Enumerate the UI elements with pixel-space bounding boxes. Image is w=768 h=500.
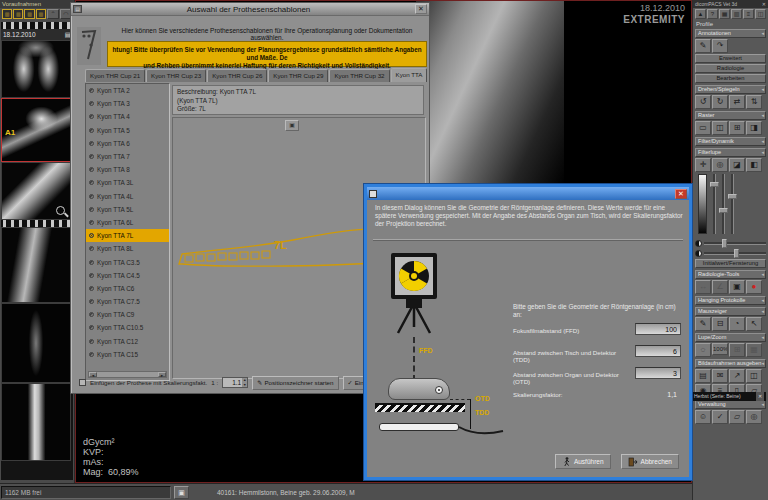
status-icon-button[interactable]: ▣ — [174, 486, 189, 499]
tab-kyon-thr-cup-32[interactable]: Kyon THR Cup 32 — [329, 69, 389, 82]
close-icon[interactable]: ✕ — [415, 4, 427, 14]
scale-spinner[interactable]: ▲▼ — [222, 377, 248, 388]
grid-2x1-icon[interactable]: ◫ — [712, 121, 728, 135]
help-button[interactable]: ? — [707, 9, 718, 19]
collapse-button[interactable]: ▲ — [695, 9, 706, 19]
cancel-button[interactable]: Abbrechen — [621, 454, 679, 469]
grid-1plus2-icon[interactable]: ◨ — [746, 121, 762, 135]
list-item[interactable]: Kyon TTA 4L — [86, 190, 169, 203]
pointer-icon[interactable]: ↖ — [746, 317, 762, 331]
tab-kyon-thr-cup-29[interactable]: Kyon THR Cup 29 — [268, 69, 328, 82]
list-item[interactable]: Kyon TTA 5L — [86, 203, 169, 216]
tab-kyon-thr-cup-23[interactable]: Kyon THR Cup 23 — [146, 69, 206, 82]
section-management[interactable]: Verwaltung — [695, 400, 766, 409]
close-icon[interactable]: ✕ — [762, 0, 766, 8]
layout-4-button[interactable]: ▥ — [36, 9, 46, 19]
collapse-button[interactable]: ⌃ — [47, 9, 59, 19]
level-slider[interactable] — [713, 174, 716, 234]
sharpen-icon[interactable]: ✛ — [695, 158, 711, 172]
slider-handle[interactable] — [710, 182, 719, 187]
layers-icon[interactable]: ⊟ — [712, 317, 728, 331]
add-user-icon[interactable]: ☺ — [695, 410, 711, 424]
brightness-slider[interactable] — [704, 242, 766, 245]
list-item[interactable]: Kyon TTA 2 — [86, 84, 169, 97]
ffd-input[interactable] — [635, 323, 681, 335]
rotate-left-icon[interactable]: ↺ — [695, 95, 711, 109]
layout-3-button[interactable]: ▥ — [24, 9, 34, 19]
list-item[interactable]: Kyon TTA C15 — [86, 348, 169, 361]
otd-input[interactable] — [635, 367, 681, 379]
dialog-title-bar[interactable]: ▤ Auswahl der Prothesenschablonen ✕ — [71, 3, 429, 16]
layout-1-button[interactable]: ▥ — [2, 9, 12, 19]
scale-checkbox[interactable] — [79, 379, 86, 386]
list-item[interactable]: Kyon TTA 6 — [86, 137, 169, 150]
contrast-icon[interactable]: ◧ — [746, 158, 762, 172]
xray-thumbnail[interactable] — [1, 227, 71, 303]
new-folder-icon[interactable]: ▱ — [729, 410, 745, 424]
xray-thumbnail[interactable] — [1, 383, 71, 461]
radiology-button[interactable]: Radiologie — [695, 64, 766, 73]
edit-user-icon[interactable]: ✓ — [712, 410, 728, 424]
tab-kyon-thr-cup-21[interactable]: Kyon THR Cup 21 — [85, 69, 145, 82]
initial-window-button[interactable]: Initialwert/Fensterung — [695, 259, 766, 268]
image-tool-icon[interactable]: ▣ — [729, 280, 745, 294]
slider-handle[interactable] — [728, 194, 737, 199]
tdd-input[interactable] — [635, 345, 681, 357]
list-item[interactable]: Kyon TTA C10.5 — [86, 321, 169, 334]
menu-button[interactable]: ≡ — [743, 9, 754, 19]
magnifier-icon[interactable]: ◌ — [695, 343, 711, 357]
email-icon[interactable]: ✉ — [712, 369, 728, 383]
scale-input[interactable] — [223, 378, 242, 387]
gamma-slider[interactable] — [731, 174, 734, 234]
section-radiology-tools[interactable]: Radiologie-Tools — [695, 270, 766, 279]
list-item[interactable]: Kyon TTA 3L — [86, 176, 169, 189]
list-item[interactable]: Kyon TTA 7 — [86, 150, 169, 163]
timer-loupe-icon[interactable]: ◔ — [729, 317, 745, 331]
list-item[interactable]: Kyon TTA C6 — [86, 282, 169, 295]
spinner-arrows-icon[interactable]: ▲▼ — [242, 378, 247, 387]
section-hanging-protocols[interactable]: Hanging Protokolle — [695, 296, 766, 305]
list-item[interactable]: Kyon TTA 6L — [86, 216, 169, 229]
xray-thumbnail[interactable] — [1, 303, 71, 383]
list-item[interactable]: Kyon TTA C12 — [86, 335, 169, 348]
section-filter-loupe[interactable]: Filterlupe — [695, 148, 766, 157]
flip-vertical-icon[interactable]: ⇅ — [746, 95, 762, 109]
list-item[interactable]: Kyon TTA C3.5 — [86, 255, 169, 268]
smooth-icon[interactable]: ◎ — [712, 158, 728, 172]
advanced-button[interactable]: Erweitert — [695, 54, 766, 63]
xray-thumbnail-selected[interactable]: A1 — [1, 98, 71, 162]
list-item[interactable]: Kyon TTA 3 — [86, 97, 169, 110]
printer-icon[interactable]: ▤ — [695, 369, 711, 383]
slider-handle[interactable] — [722, 239, 727, 248]
list-item[interactable]: Kyon TTA C7.5 — [86, 295, 169, 308]
section-output[interactable]: Bildaufnahmen ausgeben — [695, 359, 766, 368]
save-icon[interactable]: ◫ — [746, 369, 762, 383]
xray-thumbnail[interactable] — [1, 40, 71, 98]
xray-thumbnail[interactable] — [1, 162, 71, 220]
list-item[interactable]: Kyon TTA 8 — [86, 163, 169, 176]
section-annotations[interactable]: Annotationen — [695, 29, 766, 38]
list-item[interactable]: Kyon TTA 4 — [86, 110, 169, 123]
window-slider[interactable] — [722, 174, 725, 234]
flip-horizontal-icon[interactable]: ⇄ — [729, 95, 745, 109]
zoom-100-button[interactable]: 100% — [712, 343, 728, 355]
tab-kyon-tta[interactable]: Kyon TTA — [391, 68, 428, 82]
close-icon[interactable]: ✕ — [675, 189, 687, 199]
position-drawer-button[interactable]: ✎ Positionszeichner starten — [252, 376, 338, 390]
rotate-right-icon[interactable]: ↻ — [712, 95, 728, 109]
list-item[interactable]: Kyon TTA 5 — [86, 124, 169, 137]
contrast-slider[interactable] — [704, 252, 766, 255]
list-item-selected[interactable]: Kyon TTA 7L — [86, 229, 169, 242]
slider-handle[interactable] — [734, 249, 739, 258]
tab-kyon-thr-cup-26[interactable]: Kyon THR Cup 26 — [207, 69, 267, 82]
record-icon[interactable]: ● — [746, 280, 762, 294]
section-cursor[interactable]: Mauszeiger — [695, 307, 766, 316]
list-item[interactable]: Kyon TTA 8L — [86, 242, 169, 255]
close-icon[interactable]: ✕ — [756, 392, 764, 401]
panel-button[interactable]: ▥ — [731, 9, 742, 19]
list-item[interactable]: Kyon TTA C9 — [86, 308, 169, 321]
grid-1x1-icon[interactable]: ▭ — [695, 121, 711, 135]
preview-image-button[interactable]: ▣ — [285, 120, 299, 131]
invert-icon[interactable]: ◪ — [729, 158, 745, 172]
annotate-cursor-icon[interactable]: ✎ — [695, 317, 711, 331]
